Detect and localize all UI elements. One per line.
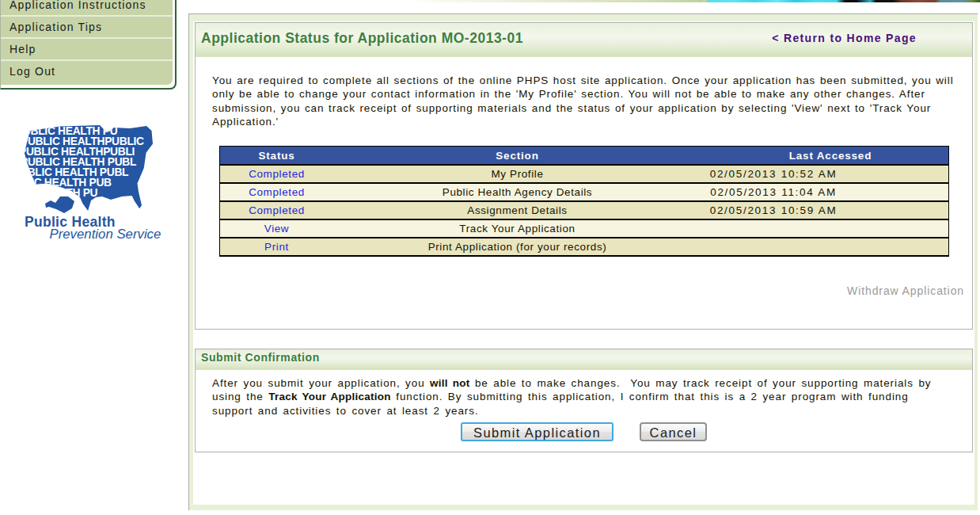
svg-text:Prevention Service: Prevention Service bbox=[50, 227, 161, 242]
